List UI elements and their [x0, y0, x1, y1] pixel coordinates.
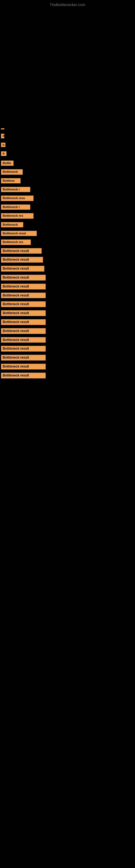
- bar-row: Bottleneck: [0, 220, 135, 229]
- bar-row: Bottleneck result: [0, 353, 135, 362]
- bar-row: Bottleneck result: [0, 309, 135, 318]
- bar-row: B: [0, 150, 135, 159]
- bars-container: BBBBottleBottleneckBottleneBottleneck rB…: [0, 9, 135, 380]
- bottleneck-result-bar[interactable]: Bottleneck: [1, 169, 23, 175]
- bottleneck-result-bar[interactable]: B: [1, 134, 4, 138]
- bar-row: Bottleneck result: [0, 255, 135, 264]
- bar-row: Bottleneck result: [0, 264, 135, 273]
- bar-row: Bottlene: [0, 176, 135, 185]
- bottleneck-result-bar[interactable]: Bottleneck result: [1, 301, 46, 307]
- bottleneck-result-bar[interactable]: Bottleneck: [1, 222, 23, 227]
- bottleneck-result-bar[interactable]: Bottleneck resul: [1, 231, 37, 236]
- bottleneck-result-bar[interactable]: Bottleneck result: [1, 319, 46, 325]
- bar-row: Bottleneck resu: [0, 194, 135, 203]
- bar-row: Bottleneck result: [0, 362, 135, 371]
- bottleneck-result-bar[interactable]: Bottleneck result: [1, 346, 46, 351]
- bottleneck-result-bar[interactable]: Bottleneck result: [1, 293, 46, 299]
- bottleneck-result-bar[interactable]: Bottleneck result: [1, 373, 46, 378]
- bar-row: Bottleneck r: [0, 203, 135, 211]
- bottleneck-result-bar[interactable]: Bottleneck result: [1, 257, 43, 262]
- bar-row: Bottleneck result: [0, 291, 135, 300]
- bar-row: Bottleneck result: [0, 273, 135, 282]
- bar-row: Bottleneck result: [0, 300, 135, 309]
- bar-row: Bottleneck result: [0, 327, 135, 336]
- bar-row: Bottleneck result: [0, 247, 135, 255]
- site-title: TheBottlenecker.com: [0, 0, 135, 9]
- bottleneck-result-bar[interactable]: Bottleneck result: [1, 284, 46, 289]
- bar-row: Bottleneck res: [0, 211, 135, 220]
- bottleneck-result-bar[interactable]: Bottleneck result: [1, 310, 46, 316]
- bottleneck-result-bar[interactable]: Bottlene: [1, 178, 20, 183]
- bottleneck-result-bar[interactable]: Bottleneck result: [1, 275, 46, 280]
- bar-row: Bottleneck result: [0, 344, 135, 353]
- bottleneck-result-bar[interactable]: Bottleneck r: [1, 205, 30, 210]
- bottleneck-result-bar[interactable]: Bottleneck result: [1, 337, 46, 343]
- bottleneck-result-bar[interactable]: Bottleneck r: [1, 187, 30, 192]
- bar-row: Bottleneck result: [0, 318, 135, 327]
- bottleneck-result-bar[interactable]: B: [1, 143, 5, 147]
- bottleneck-result-bar[interactable]: [1, 128, 4, 129]
- bar-row: Bottleneck result: [0, 371, 135, 380]
- bar-row: Bottleneck r: [0, 185, 135, 194]
- bottleneck-result-bar[interactable]: Bottle: [1, 161, 13, 166]
- bottleneck-result-bar[interactable]: Bottleneck resu: [1, 195, 34, 201]
- bottleneck-result-bar[interactable]: Bottleneck res: [1, 213, 34, 218]
- bar-row: Bottleneck result: [0, 336, 135, 344]
- bottleneck-result-bar[interactable]: Bottleneck result: [1, 266, 44, 272]
- bottleneck-result-bar[interactable]: Bottleneck result: [1, 248, 42, 254]
- bar-row: Bottleneck resul: [0, 229, 135, 238]
- bar-row: Bottle: [0, 159, 135, 167]
- bottleneck-result-bar[interactable]: Bottleneck result: [1, 328, 46, 334]
- bar-row: B: [0, 141, 135, 150]
- bar-row: B: [0, 132, 135, 141]
- bottleneck-result-bar[interactable]: Bottleneck res: [1, 240, 31, 245]
- bottleneck-result-bar[interactable]: B: [1, 151, 6, 156]
- bar-row: [0, 9, 135, 132]
- bottleneck-result-bar[interactable]: Bottleneck result: [1, 364, 46, 369]
- bar-row: Bottleneck res: [0, 238, 135, 246]
- bar-row: Bottleneck: [0, 167, 135, 176]
- bottleneck-result-bar[interactable]: Bottleneck result: [1, 355, 46, 361]
- bar-row: Bottleneck result: [0, 282, 135, 291]
